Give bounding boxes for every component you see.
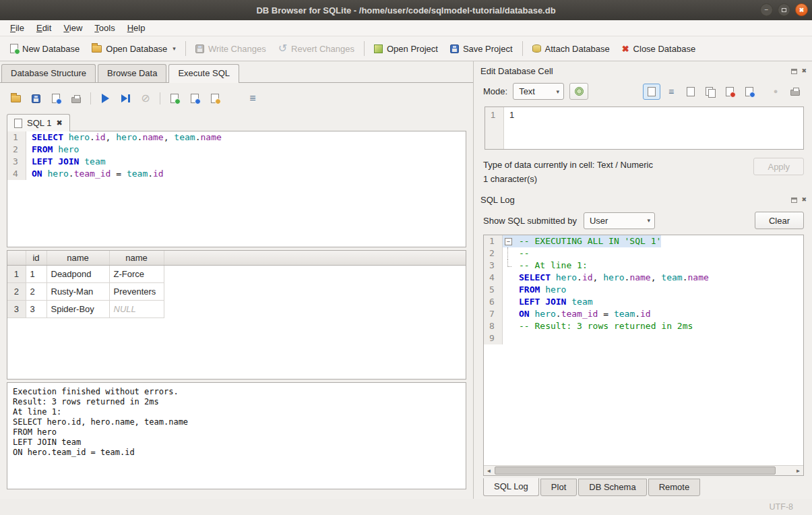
minimize-button[interactable]: − (760, 3, 773, 16)
close-panel-icon[interactable]: ✖ (801, 68, 807, 74)
column-header-name-3[interactable]: name (109, 251, 164, 265)
sql-log-lines[interactable]: 1-- EXECUTING ALL IN 'SQL 1'2--3-- At li… (484, 235, 803, 465)
scrollbar-thumb[interactable] (495, 466, 776, 475)
code-text: SELECT hero.id, hero.name, team.name (513, 272, 709, 284)
export-cell-button[interactable] (721, 84, 739, 100)
table-row: 22Rusty-ManPreventers (7, 282, 466, 300)
sql-editor[interactable]: 1SELECT hero.id, hero.name, team.name2FR… (7, 131, 466, 247)
set-null-button[interactable]: ● (767, 84, 784, 100)
open-database-button[interactable]: Open Database▾ (86, 40, 182, 57)
close-database-button[interactable]: ✖Close Database (616, 40, 701, 57)
export-cell-icon (726, 87, 734, 96)
scrollbar-track[interactable] (494, 466, 793, 475)
open-project-button[interactable]: Open Project (368, 40, 444, 57)
stop-button: ⊘ (137, 90, 154, 107)
clear-button[interactable]: Clear (755, 212, 804, 229)
print-button[interactable] (67, 90, 85, 107)
table-cell[interactable]: Preventers (109, 282, 164, 300)
tab-execute-sql[interactable]: Execute SQL (168, 64, 239, 83)
auto-mode-button[interactable] (569, 83, 588, 100)
close-button[interactable]: ✖ (795, 3, 808, 16)
fold-guide (503, 320, 513, 332)
tab-remote[interactable]: Remote (648, 479, 701, 496)
text-mode-button[interactable] (643, 84, 660, 100)
sql-tab[interactable]: SQL 1 ✖ (7, 114, 70, 131)
close-tab-icon[interactable]: ✖ (56, 119, 62, 127)
tab-sql-log[interactable]: SQL Log (483, 478, 539, 496)
table-row: 33Spider-BoyNULL (7, 300, 466, 317)
toolbar-separator (160, 92, 160, 104)
paste-icon (706, 87, 715, 96)
format-sql-button[interactable]: ≡ (244, 90, 261, 107)
app-window: DB Browser for SQLite - /home/user/code/… (0, 0, 812, 515)
print-cell-button[interactable] (786, 84, 804, 100)
float-panel-icon[interactable] (791, 69, 797, 74)
tab-database-structure[interactable]: Database Structure (1, 64, 96, 82)
fold-guide (503, 272, 513, 284)
table-cell[interactable]: Rusty-Man (46, 282, 109, 300)
line-number: 3 (7, 156, 26, 168)
table-cell[interactable]: Deadpond (46, 265, 109, 282)
column-header-name-2[interactable]: name (46, 251, 109, 265)
save-sql-as-button[interactable] (47, 90, 65, 107)
code-line: 2-- (484, 247, 803, 260)
encoding-indicator[interactable]: UTF-8 (770, 502, 793, 512)
attach-database-button[interactable]: Attach Database (526, 40, 616, 57)
tab-db-schema[interactable]: DB Schema (578, 479, 646, 496)
open-sql-file-button[interactable] (7, 90, 24, 107)
find-replace-button[interactable] (206, 90, 224, 107)
results-table-container: idnamename11DeadpondZ-Force22Rusty-ManPr… (7, 250, 466, 380)
submitted-by-select[interactable]: User ▾ (584, 212, 655, 229)
tab-browse-data[interactable]: Browse Data (98, 64, 166, 82)
new-database-button[interactable]: New Database (4, 40, 86, 57)
toolbar-separator (364, 41, 365, 56)
filter-label: Show SQL submitted by (483, 216, 577, 226)
open-tab-button[interactable] (166, 90, 183, 107)
mode-select[interactable]: Text ▾ (513, 83, 564, 100)
save-results-button[interactable] (186, 90, 204, 107)
word-wrap-button[interactable]: ≡ (662, 84, 680, 100)
save-sql-file-button[interactable] (27, 90, 44, 107)
tab-plot[interactable]: Plot (540, 479, 577, 496)
scroll-right-icon[interactable]: ▶ (793, 466, 803, 475)
table-cell[interactable]: Z-Force (109, 265, 164, 282)
sql-tab-label: SQL 1 (27, 118, 51, 128)
mode-label: Mode: (483, 86, 507, 96)
line-number: 2 (7, 144, 26, 156)
format-sql-icon: ≡ (249, 93, 255, 104)
fold-guide (503, 260, 513, 272)
sql-document-icon (14, 119, 22, 128)
table-cell[interactable]: NULL (109, 300, 164, 317)
maximize-button[interactable] (778, 3, 790, 16)
menu-item-edit[interactable]: Edit (30, 21, 57, 35)
code-text: SELECT hero.id, hero.name, team.name (26, 131, 222, 144)
save-sql-as-icon (52, 94, 60, 103)
table-cell[interactable]: 3 (26, 300, 46, 317)
execute-all-button[interactable] (96, 90, 114, 107)
column-header-id-1[interactable]: id (26, 251, 46, 265)
menu-item-file[interactable]: File (4, 21, 30, 35)
edit-cell-dock-title: Edit Database Cell ✖ (474, 61, 812, 79)
menu-item-view[interactable]: View (57, 21, 88, 35)
revert-changes-icon: ↺ (278, 43, 287, 54)
table-cell[interactable]: 1 (26, 265, 46, 282)
cell-editor[interactable]: 1 1 (485, 107, 804, 150)
paste-button[interactable] (701, 84, 719, 100)
code-text: LEFT JOIN team (513, 296, 593, 308)
table-cell[interactable]: 2 (26, 282, 46, 300)
chevron-down-icon: ▾ (557, 88, 560, 95)
print-icon (71, 97, 81, 103)
scroll-left-icon[interactable]: ◀ (484, 466, 494, 475)
table-cell[interactable]: Spider-Boy (46, 300, 109, 317)
import-cell-icon (745, 87, 753, 96)
menu-item-help[interactable]: Help (121, 21, 152, 35)
code-line: 3-- At line 1: (484, 260, 803, 272)
import-cell-button[interactable] (741, 84, 758, 100)
menu-item-tools[interactable]: Tools (88, 21, 121, 35)
save-project-button[interactable]: Save Project (444, 40, 519, 57)
close-panel-icon[interactable]: ✖ (801, 197, 807, 203)
line-number: 8 (484, 320, 503, 332)
execute-line-button[interactable] (117, 90, 134, 107)
float-panel-icon[interactable] (791, 198, 797, 203)
copy-button[interactable] (682, 84, 699, 100)
